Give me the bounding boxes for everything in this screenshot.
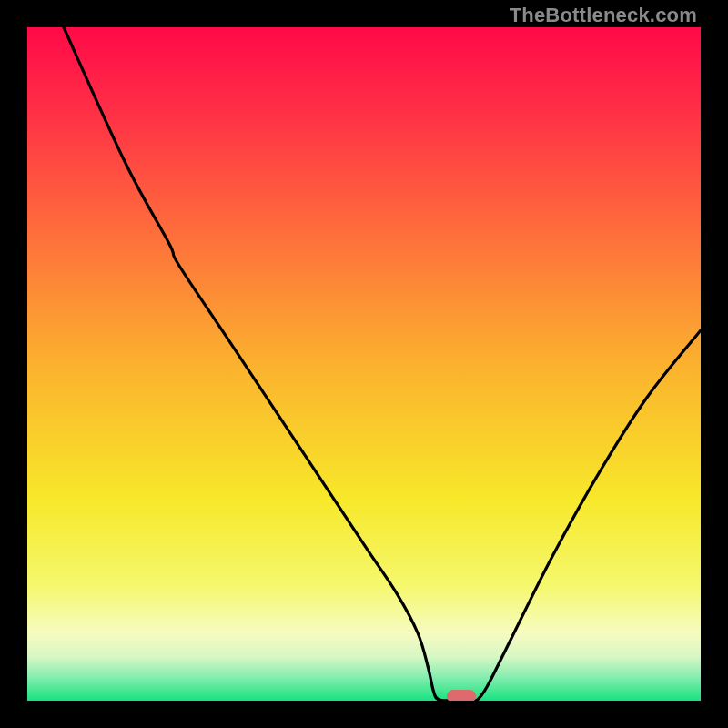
plot-area <box>27 27 701 701</box>
chart-frame: TheBottleneck.com <box>0 0 728 728</box>
optimal-marker <box>447 690 476 701</box>
watermark-text: TheBottleneck.com <box>510 4 697 27</box>
bottleneck-curve <box>27 27 701 701</box>
